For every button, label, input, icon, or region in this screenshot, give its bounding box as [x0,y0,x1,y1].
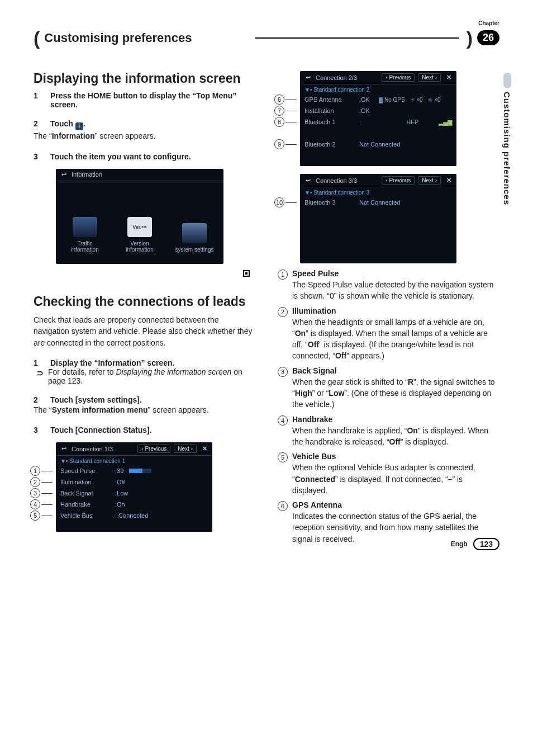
definition-body: Speed PulseThe Speed Pulse value detecte… [292,269,499,302]
callout-leader-line [41,471,53,471]
definition-title: Back Signal [292,366,499,375]
connection-row-inner: Speed Pulse:39 [56,465,212,476]
language-code: Engb [451,540,468,548]
definition-body: Back SignalWhen the gear stick is shifte… [292,366,499,410]
row-value: :Off [115,479,125,485]
row-label: Bluetooth 1 [304,119,354,125]
conn1-title: Connection 1/3 [72,446,113,452]
page-footer: Engb 123 [451,538,499,550]
row-value: : [359,119,361,125]
previous-button[interactable]: ‹ Previous [382,73,415,82]
tile-version[interactable]: Ver.••• Version information [118,217,161,253]
callout: 1 [30,465,53,476]
definition-body: IlluminationWhen the headlights or small… [292,306,499,362]
definition-body: Vehicle BusWhen the optional Vehicle Bus… [292,452,499,496]
c-step-1-sub: ⊃ For details, refer to Displaying the i… [34,367,255,385]
back-icon[interactable]: ↩ [59,445,68,452]
next-button[interactable]: Next › [418,176,441,185]
callout: 4 [30,499,53,510]
section-end-mark-1 [34,268,255,277]
connection-row-inner: Bluetooth 1:HFP▂▄▆ [300,116,456,127]
next-button[interactable]: Next › [418,73,441,82]
tile-traffic-l1: Traffic [63,240,107,247]
previous-button[interactable]: ‹ Previous [137,445,170,453]
callout-leader-line [285,144,297,145]
callout-number: 4 [30,499,40,509]
chapter-number-badge: 26 [477,30,499,45]
close-icon[interactable]: ✕ [444,74,453,81]
row-label: Bluetooth 3 [304,199,354,206]
chapter-label: Chapter [478,20,499,26]
hfp-label: HFP [406,119,418,125]
callout-number: 1 [30,466,40,476]
back-icon[interactable]: ↩ [59,171,68,178]
callout: 10 [274,197,297,208]
row-label: Installation [304,107,354,114]
c-step-3: 3 Touch [Connection Status]. [34,426,255,434]
connection-row [300,127,456,139]
definition-item: 1Speed PulseThe Speed Pulse value detect… [278,269,499,302]
step-2-pre: Touch [50,119,75,128]
conn1-subtitle: ▼• Standard connection 1 [56,456,212,465]
connection-row: 4Handbrake:On [56,499,212,510]
end-square-icon [243,270,250,277]
conn3-rows: 10Bluetooth 3Not Connected [300,197,456,208]
back-icon[interactable]: ↩ [303,74,312,81]
step-2-post: . [83,119,85,128]
step-2-desc: The “Information” screen appears. [34,130,255,141]
screenshot-connection-1: ↩ Connection 1/3 ‹ Previous Next › ✕ ▼• … [56,442,212,532]
definition-description: When the gear stick is shifted to “R”, t… [292,376,499,410]
tile-system-settings[interactable]: system settings [173,223,216,253]
c-step-1-text: Display the “Information” screen. [50,358,255,367]
definition-title: Speed Pulse [292,269,499,278]
row-value: Not Connected [359,141,400,148]
conn1-titlebar: ↩ Connection 1/3 ‹ Previous Next › ✕ [56,442,212,456]
tile-sys-l1: system settings [173,247,216,253]
close-icon[interactable]: ✕ [200,445,209,452]
connection-row: 8Bluetooth 1:HFP▂▄▆ [300,116,456,127]
info-titlebar: ↩ Information [56,169,223,181]
definition-title: Illumination [292,306,499,315]
gps-sat-count-icon: ⚛ [427,97,432,103]
definition-title: Vehicle Bus [292,452,499,461]
page-number: 123 [473,538,499,550]
connection-row: 2Illumination:Off [56,476,212,488]
close-icon[interactable]: ✕ [444,177,453,184]
connection-row-inner [300,127,456,139]
left-column: Displaying the information screen 1 Pres… [34,71,255,545]
tile-traffic-l2: information [63,247,107,253]
connection-row: 7Installation:OK [300,105,456,116]
definition-description: When the handbrake is applied, “On” is d… [292,425,499,448]
connection-row: 3Back Signal:Low [56,488,212,499]
callout-leader-line [285,100,297,100]
row-label: Speed Pulse [60,467,110,474]
connection-row-inner: Bluetooth 2Not Connected [300,139,456,150]
c-step-1-num: 1 [34,358,48,367]
next-button[interactable]: Next › [174,445,197,453]
previous-button[interactable]: ‹ Previous [382,176,415,185]
conn2-titlebar: ↩ Connection 2/3 ‹ Previous Next › ✕ [300,71,456,84]
definition-item: 4HandbrakeWhen the handbrake is applied,… [278,415,499,448]
connection-row-inner: Back Signal:Low [56,488,212,499]
side-tab-cap [503,73,511,88]
definition-item: 5Vehicle BusWhen the optional Vehicle Bu… [278,452,499,496]
definition-description: When the headlights or small lamps of a … [292,316,499,362]
callout-leader-line [285,122,297,122]
callout: 6 [274,94,297,105]
tile-traffic[interactable]: Traffic information [63,217,107,253]
c-step-2-desc: The “System information menu” screen app… [34,404,255,415]
row-value: :OK [359,107,370,114]
row-value: :On [115,501,125,508]
header-paren-right: ) [467,31,473,45]
callout-leader-line [285,202,297,203]
c-step-2: 2 Touch [system settings]. [34,395,255,404]
tile-version-l1: Version [118,240,161,247]
row-label: GPS Antenna [304,96,354,103]
ref-arrow-icon: ⊃ [37,368,44,377]
callout: 8 [274,116,297,127]
callout-leader-line [41,482,53,483]
callout-number: 6 [274,94,284,105]
back-icon[interactable]: ↩ [303,177,312,184]
callout-number: 10 [274,197,284,207]
conn1-rows: 1Speed Pulse:392Illumination:Off3Back Si… [56,465,212,521]
